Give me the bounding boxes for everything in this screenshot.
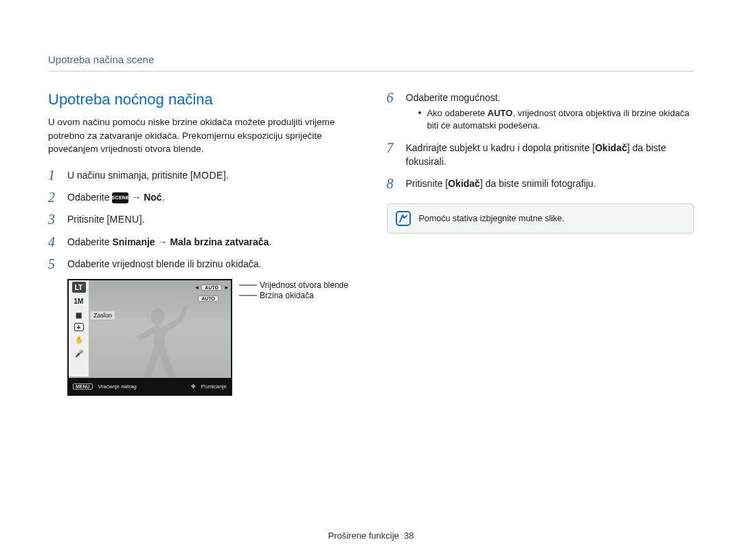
lcd-value-rows: ◄ AUTO ► AUTO (91, 282, 229, 304)
s8-post: ] da biste snimili fotografiju. (480, 178, 596, 189)
page: Upotreba načina scene Upotreba noćnog na… (0, 0, 742, 396)
two-column-layout: Upotreba noćnog načina U ovom načinu pom… (48, 91, 694, 396)
step-number: 8 (387, 177, 399, 190)
s7-bold: Okidač (595, 142, 627, 153)
step-7: 7 Kadrirajte subjekt u kadru i dopola pr… (387, 141, 695, 169)
lcd-bottom-bar: MENU Vraćanje natrag ✥ Pomicanje (69, 378, 231, 394)
page-footer: Proširene funkcije 38 (0, 530, 742, 541)
step-number: 7 (387, 141, 399, 155)
step-number: 3 (48, 212, 60, 226)
s8-bold: Okidač (448, 178, 480, 189)
step-number: 1 (48, 168, 60, 182)
step-4-b1: Snimanje (112, 236, 155, 247)
chevron-left-icon: ◄ (194, 284, 199, 291)
steps-list-right: 6 Odaberite mogućnost. • Ako odaberete A… (387, 91, 695, 191)
arrow-icon: → (128, 192, 144, 203)
s6-sub-pre: Ako odaberete (427, 108, 487, 118)
step-number: 5 (48, 257, 60, 271)
step-6-text: Odaberite mogućnost. (406, 92, 501, 103)
lcd-back-label: Vraćanje natrag (98, 383, 137, 390)
page-header: Upotreba načina scene (48, 54, 694, 71)
menu-icon: MENU (73, 383, 93, 390)
plus-icon: + (74, 323, 84, 331)
step-5-text: Odaberite vrijednost blende ili brzinu o… (67, 257, 356, 271)
lcd-sidebar: LT 1M ▦ + ✋ 🎤 (69, 280, 89, 377)
step-8: 8 Pritisnite [Okidač] da biste snimili f… (387, 177, 695, 190)
step-1: 1 U načinu snimanja, pritisnite [MODE]. (48, 168, 356, 182)
menu-button-label: MENU (109, 214, 139, 225)
grid-icon: ▦ (72, 309, 86, 320)
arrow-icon: → (155, 236, 170, 247)
step-2-pre: Odaberite (67, 192, 112, 203)
step-4-post: . (269, 236, 271, 247)
step-1-text: U načinu snimanja, pritisnite [ (67, 170, 193, 181)
step-4-b2: Mala brzina zatvarača (170, 236, 269, 247)
step-2: 2 Odaberite SCENE → Noć. (48, 190, 356, 204)
callout-labels: Vrijednost otvora blende Brzina okidača (239, 280, 348, 300)
chevron-right-icon: ► (224, 284, 229, 291)
lcd-figure: LT 1M ▦ + ✋ 🎤 ◄ (67, 279, 356, 396)
one-m-icon: 1M (72, 295, 86, 306)
footer-section: Proširene funkcije (328, 530, 398, 541)
s6-sub-bold: AUTO (488, 108, 513, 118)
lcd-move-label: Pomicanje (201, 383, 227, 390)
note-text: Pomoću stativa izbjegnite mutne slike. (419, 214, 565, 223)
shutter-auto: AUTO (198, 295, 218, 302)
bullet-icon: • (418, 107, 422, 132)
scene-icon: SCENE (112, 192, 128, 203)
step-2-bold: Noć (144, 192, 161, 203)
step-2-post: . (162, 192, 165, 203)
step-6-sub: • Ako odaberete AUTO, vrijednost otvora … (418, 107, 695, 132)
note-icon (396, 211, 411, 226)
s8-pre: Pritisnite [ (406, 178, 448, 189)
hand-off-icon: ✋ (72, 334, 86, 345)
callout-line-icon (239, 291, 257, 300)
step-4-pre: Odaberite (67, 236, 112, 247)
step-number: 2 (48, 190, 60, 204)
left-column: Upotreba noćnog načina U ovom načinu pom… (48, 91, 356, 396)
mode-button-label: MODE (193, 170, 223, 181)
lcd-zaslon-label: Zaslon (91, 311, 115, 320)
lt-badge: LT (72, 282, 86, 293)
note-box: Pomoću stativa izbjegnite mutne slike. (387, 203, 695, 234)
step-5: 5 Odaberite vrijednost blende ili brzinu… (48, 257, 356, 271)
mic-off-icon: 🎤 (72, 348, 86, 359)
step-number: 4 (48, 235, 60, 249)
aperture-auto: AUTO (201, 284, 222, 291)
shutter-value-row: AUTO (198, 295, 218, 302)
step-number: 6 (387, 91, 399, 104)
step-3: 3 Pritisnite [MENU]. (48, 212, 356, 226)
step-3-pre: Pritisnite [ (67, 214, 109, 225)
step-3-post: ]. (139, 214, 145, 225)
section-title: Upotreba noćnog načina (48, 91, 356, 109)
steps-list-left: 1 U načinu snimanja, pritisnite [MODE]. … (48, 168, 356, 271)
footer-page-number: 38 (404, 530, 414, 541)
callout-aperture: Vrijednost otvora blende (260, 280, 348, 290)
callout-shutter: Brzina okidača (260, 291, 314, 300)
camera-lcd: LT 1M ▦ + ✋ 🎤 ◄ (67, 279, 232, 396)
step-4: 4 Odaberite Snimanje → Mala brzina zatva… (48, 235, 356, 249)
step-6: 6 Odaberite mogućnost. • Ako odaberete A… (387, 91, 695, 133)
dpad-icon: ✥ (191, 383, 196, 390)
s7-pre: Kadrirajte subjekt u kadru i dopola prit… (406, 142, 595, 153)
callout-line-icon (239, 281, 257, 289)
step-1-post: ]. (223, 170, 229, 181)
right-column: 6 Odaberite mogućnost. • Ako odaberete A… (387, 91, 695, 396)
intro-paragraph: U ovom načinu pomoću niske brzine okidač… (48, 115, 356, 156)
aperture-value-row: ◄ AUTO ► (194, 284, 229, 291)
